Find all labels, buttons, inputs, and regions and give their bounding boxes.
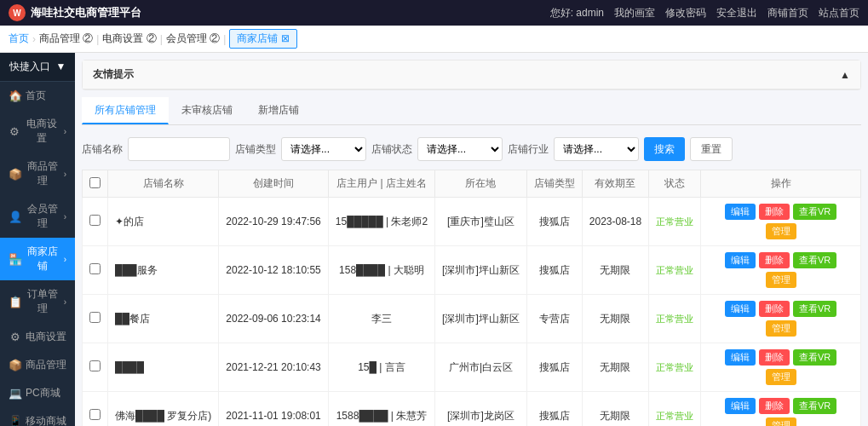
row-checkbox[interactable]: [83, 343, 108, 392]
sidebar-item-member[interactable]: 👤 会员管理 ›: [0, 195, 75, 238]
store-status-label: 店铺状态: [371, 142, 412, 157]
row-location: [深圳市]坪山新区: [435, 295, 527, 343]
row-create-time: 2022-10-12 18:10:55: [219, 246, 328, 295]
sidebar-item-home-label: 首页: [26, 89, 46, 103]
row-status: 正常营业: [649, 295, 701, 343]
col-store-name: 店铺名称: [108, 170, 219, 198]
delete-button[interactable]: 删除: [759, 252, 790, 268]
my-studio-link[interactable]: 我的画室: [614, 6, 655, 20]
breadcrumb-home[interactable]: 首页: [9, 32, 29, 46]
delete-button[interactable]: 删除: [759, 204, 790, 220]
delete-button[interactable]: 删除: [759, 301, 790, 317]
reset-button[interactable]: 重置: [690, 137, 733, 161]
store-type-select[interactable]: 请选择...: [281, 137, 366, 161]
sidebar-item-order-label: 订单管理: [26, 287, 60, 316]
row-checkbox[interactable]: [83, 198, 108, 246]
sidebar-item-home[interactable]: 🏠 首页: [0, 82, 75, 110]
store-status-select[interactable]: 请选择...: [417, 137, 503, 161]
store-name-input[interactable]: [128, 137, 230, 161]
manage-button[interactable]: 管理: [766, 320, 796, 337]
row-store-name: ███服务: [108, 246, 219, 295]
breadcrumb-store[interactable]: 商家店铺 ⊠: [229, 29, 296, 49]
row-store-name: ████: [108, 343, 219, 392]
sidebar-collapse-icon[interactable]: ▼: [56, 60, 66, 72]
breadcrumb-product[interactable]: 商品管理 ②: [39, 32, 93, 46]
manage-button[interactable]: 管理: [766, 223, 796, 239]
sidebar-item-product[interactable]: 📦 商品管理 ›: [0, 153, 75, 195]
row-status: 正常营业: [649, 343, 701, 392]
view-vr-button[interactable]: 查看VR: [793, 349, 836, 366]
change-password-link[interactable]: 修改密码: [665, 6, 706, 20]
table-row: ██餐店 2022-09-06 10:23:14 李三 [深圳市]坪山新区 专营…: [83, 295, 861, 343]
row-checkbox[interactable]: [83, 392, 108, 427]
nav-bar: 首页 › 商品管理 ② | 电商设置 ② | 会员管理 ② | 商家店铺 ⊠: [0, 26, 868, 53]
delete-button[interactable]: 删除: [759, 349, 790, 366]
view-vr-button[interactable]: 查看VR: [793, 204, 836, 220]
row-select-checkbox[interactable]: [89, 360, 101, 371]
row-user-name: 1588████ | 朱慧芳: [328, 392, 434, 427]
view-vr-button[interactable]: 查看VR: [793, 301, 836, 317]
row-select-checkbox[interactable]: [89, 263, 101, 274]
sidebar-item-merchant-label: 商家店铺: [26, 245, 60, 273]
edit-button[interactable]: 编辑: [725, 398, 756, 414]
tab-new-store[interactable]: 新增店铺: [245, 97, 312, 124]
row-checkbox[interactable]: [83, 295, 108, 343]
edit-button[interactable]: 编辑: [725, 301, 756, 317]
row-create-time: 2022-10-29 19:47:56: [219, 198, 328, 246]
edit-button[interactable]: 编辑: [725, 252, 756, 268]
merchant-icon: 🏪: [9, 253, 22, 266]
breadcrumb-ecommerce[interactable]: 电商设置 ②: [102, 32, 156, 46]
sidebar-item-mobile[interactable]: 📱 移动商城: [0, 407, 75, 426]
row-user-name: 李三: [328, 295, 434, 343]
logout-link[interactable]: 安全退出: [716, 6, 757, 20]
manage-button[interactable]: 管理: [766, 272, 796, 288]
row-checkbox[interactable]: [83, 246, 108, 295]
row-expire: 2023-08-18: [582, 198, 648, 246]
manage-button[interactable]: 管理: [766, 369, 796, 385]
select-all-checkbox[interactable]: [89, 177, 101, 188]
view-vr-button[interactable]: 查看VR: [793, 252, 836, 268]
site-home-link[interactable]: 站点首页: [819, 6, 859, 20]
sidebar-item-ecommerce[interactable]: ⚙ 电商设置 ›: [0, 110, 75, 153]
edit-button[interactable]: 编辑: [725, 204, 756, 220]
store-home-link[interactable]: 商铺首页: [767, 6, 808, 20]
row-select-checkbox[interactable]: [89, 312, 101, 323]
friendly-tip-header: 友情提示 ▲: [83, 60, 860, 89]
row-select-checkbox[interactable]: [89, 215, 101, 226]
tab-bar: 所有店铺管理 未审核店铺 新增店铺: [82, 97, 861, 125]
table-header-row: 店铺名称 创建时间 店主用户 | 店主姓名 所在地 店铺类型 有效期至 状态 操…: [83, 170, 861, 198]
store-table: 店铺名称 创建时间 店主用户 | 店主姓名 所在地 店铺类型 有效期至 状态 操…: [82, 170, 861, 426]
sidebar: 快捷入口 ▼ 🏠 首页 ⚙ 电商设置 › 📦 商品管理 › 👤 会员管理 › 🏪…: [0, 53, 75, 426]
sidebar-item-pc[interactable]: 💻 PC商城: [0, 379, 75, 407]
view-vr-button[interactable]: 查看VR: [793, 398, 836, 414]
col-type: 店铺类型: [526, 170, 582, 198]
sidebar-header[interactable]: 快捷入口 ▼: [0, 53, 75, 82]
sidebar-item-merchant[interactable]: 🏪 商家店铺 ›: [0, 238, 75, 280]
search-button[interactable]: 搜索: [644, 137, 685, 161]
row-location: [深圳市]龙岗区: [435, 392, 527, 427]
top-bar: W 海哇社交电商管理平台 您好: admin 我的画室 修改密码 安全退出 商铺…: [0, 0, 868, 26]
breadcrumb-member[interactable]: 会员管理 ②: [166, 32, 220, 46]
nav-separator2: |: [96, 33, 99, 45]
tab-all-stores[interactable]: 所有店铺管理: [82, 97, 169, 124]
tab-pending-stores[interactable]: 未审核店铺: [169, 97, 245, 124]
delete-button[interactable]: 删除: [759, 398, 790, 414]
status-badge: 正常营业: [656, 362, 693, 372]
sidebar-item-product2[interactable]: 📦 商品管理: [0, 351, 75, 379]
search-bar: 店铺名称 店铺类型 请选择... 店铺状态 请选择... 店铺行业 请选择...…: [82, 132, 861, 170]
row-select-checkbox[interactable]: [89, 409, 101, 420]
edit-button[interactable]: 编辑: [725, 349, 756, 366]
col-user-name: 店主用户 | 店主姓名: [328, 170, 434, 198]
table-row: ████ 2021-12-21 20:10:43 15█ | 言言 广州市|白云…: [83, 343, 861, 392]
friendly-tip-collapse-icon[interactable]: ▲: [840, 69, 850, 81]
sidebar-item-order[interactable]: 📋 订单管理 ›: [0, 280, 75, 323]
sidebar-item-ecommerce2[interactable]: ⚙ 电商设置: [0, 323, 75, 351]
chevron-right-icon4: ›: [64, 255, 66, 264]
store-industry-select[interactable]: 请选择...: [554, 137, 639, 161]
col-checkbox: [83, 170, 108, 198]
nav-separator: ›: [32, 33, 36, 45]
row-type: 搜狐店: [526, 198, 582, 246]
row-location: [重庆市]璧山区: [435, 198, 527, 246]
col-action: 操作: [701, 170, 861, 198]
manage-button[interactable]: 管理: [766, 417, 796, 426]
